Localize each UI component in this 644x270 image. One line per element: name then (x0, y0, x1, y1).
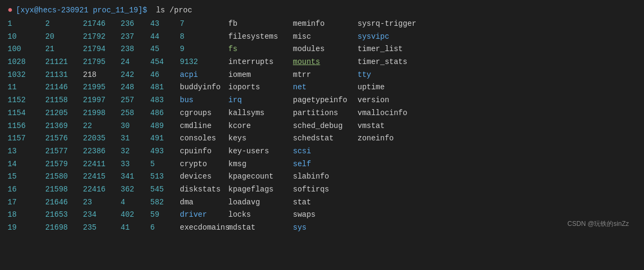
ls-cell: 21146 (45, 82, 83, 94)
ls-cell: 21369 (45, 120, 83, 132)
ls-cell: 41 (121, 222, 150, 234)
ls-cell: 15 (8, 171, 45, 183)
ls-cell: 235 (83, 222, 121, 234)
ls-cell: 21579 (45, 159, 83, 170)
ls-cell: 21653 (45, 209, 83, 221)
ls-cell: kpagecount (228, 171, 293, 183)
ls-cell: filesystems (228, 31, 293, 43)
ls-cell: 43 (150, 18, 180, 30)
ls-cell: mounts (293, 56, 358, 68)
ls-cell: 258 (121, 108, 150, 119)
ls-cell: 22386 (83, 146, 121, 158)
ls-cell: 20 (45, 31, 83, 43)
ls-cell: timer_stats (358, 56, 433, 68)
ls-cell: 1157 (8, 133, 45, 145)
ls-cell: sysrq-trigger (358, 18, 433, 30)
ls-cell: schedstat (293, 133, 358, 145)
ls-cell: iomem (228, 69, 293, 81)
ls-cell: mtrr (293, 69, 358, 81)
ls-cell: ioports (228, 82, 293, 94)
ls-cell: locks (228, 209, 293, 221)
ls-cell: 17 (8, 197, 45, 209)
ls-cell: 32 (121, 146, 150, 158)
ls-cell: kallsyms (228, 108, 293, 119)
prompt-command: ls /proc (156, 6, 192, 15)
ls-cell: zoneinfo (358, 133, 433, 145)
ls-cell: 100 (8, 44, 45, 55)
ls-cell: 31 (121, 133, 150, 145)
ls-cell: 242 (121, 69, 150, 81)
ls-cell: 18 (8, 209, 45, 221)
ls-cell: 21580 (45, 171, 83, 183)
ls-cell: 1028 (8, 56, 45, 68)
ls-cell: loadavg (228, 197, 293, 209)
ls-cell: 33 (121, 159, 150, 170)
ls-cell: sys (293, 222, 358, 234)
ls-cell: 1152 (8, 95, 45, 106)
ls-cell: 489 (150, 120, 180, 132)
ls-cell: 362 (121, 184, 150, 196)
watermark: CSDN @玩铁的sinZz (568, 219, 629, 229)
ls-cell: kmsg (228, 159, 293, 170)
ls-cell: self (293, 159, 358, 170)
ls-cell: cpuinfo (180, 146, 228, 158)
ls-cell: 21577 (45, 146, 83, 158)
ls-cell: irq (228, 95, 293, 106)
ls-cell: 4 (121, 197, 150, 209)
ls-cell: 2 (45, 18, 83, 30)
ls-cell: 9 (180, 44, 228, 55)
bullet-icon: ● (8, 5, 13, 15)
ls-cell: 218 (83, 69, 121, 81)
ls-cell: 22416 (83, 184, 121, 196)
ls-cell: 44 (150, 31, 180, 43)
ls-cell: swaps (293, 209, 358, 221)
ls-cell: slabinfo (293, 171, 358, 183)
ls-cell: 1 (8, 18, 45, 30)
ls-cell: fb (228, 18, 293, 30)
ls-cell: 1156 (8, 120, 45, 132)
ls-cell: 22035 (83, 133, 121, 145)
ls-cell: pagetypeinfo (293, 95, 358, 106)
ls-cell: key-users (228, 146, 293, 158)
ls-cell: tty (358, 69, 433, 81)
ls-cell: 454 (150, 56, 180, 68)
ls-cell: 582 (150, 197, 180, 209)
ls-cell: consoles (180, 133, 228, 145)
ls-cell: 545 (150, 184, 180, 196)
ls-cell: 6 (150, 222, 180, 234)
ls-cell: 7 (180, 18, 228, 30)
ls-cell: 21794 (83, 44, 121, 55)
ls-cell: version (358, 95, 433, 106)
ls-cell: fs (228, 44, 293, 55)
prompt-user-host: [xyx@hecs-230921 proc_11_19]$ (16, 6, 148, 15)
ls-cell: 21998 (83, 108, 121, 119)
ls-cell: 1154 (8, 108, 45, 119)
ls-cell: bus (180, 95, 228, 106)
prompt-space (149, 6, 153, 15)
ls-cell: 493 (150, 146, 180, 158)
ls-cell: 483 (150, 95, 180, 106)
ls-output: 1221746236437fbmeminfosysrq-trigger10202… (8, 18, 636, 234)
ls-cell: 21205 (45, 108, 83, 119)
ls-cell: sched_debug (293, 120, 358, 132)
ls-cell: meminfo (293, 18, 358, 30)
ls-cell: 24 (121, 56, 150, 68)
ls-cell: crypto (180, 159, 228, 170)
ls-cell: devices (180, 171, 228, 183)
ls-cell: 1032 (8, 69, 45, 81)
ls-cell: uptime (358, 82, 433, 94)
ls-cell: 402 (121, 209, 150, 221)
ls-cell: misc (293, 31, 358, 43)
ls-cell: 21746 (83, 18, 121, 30)
ls-grid: 1221746236437fbmeminfosysrq-trigger10202… (8, 18, 636, 234)
ls-cell: 8 (180, 31, 228, 43)
ls-cell: 248 (121, 82, 150, 94)
ls-cell: 5 (150, 159, 180, 170)
ls-cell: sysvipc (358, 31, 433, 43)
ls-cell: 22415 (83, 171, 121, 183)
ls-cell: 491 (150, 133, 180, 145)
ls-cell: interrupts (228, 56, 293, 68)
ls-cell: dma (180, 197, 228, 209)
ls-cell: 21792 (83, 31, 121, 43)
ls-cell: kcore (228, 120, 293, 132)
